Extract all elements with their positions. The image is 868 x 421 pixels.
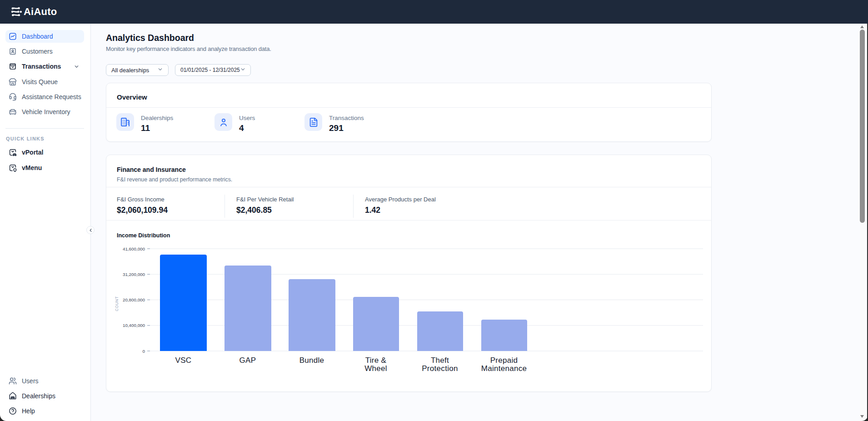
svg-text:Bundle: Bundle — [299, 356, 324, 365]
svg-text:0: 0 — [143, 349, 145, 354]
svg-text:GAP: GAP — [239, 356, 256, 365]
svg-text:20,800,000: 20,800,000 — [123, 297, 145, 302]
svg-text:PrepaidMaintenance: PrepaidMaintenance — [481, 356, 527, 373]
svg-text:Tire &Wheel: Tire &Wheel — [364, 356, 387, 373]
svg-text:31,200,000: 31,200,000 — [123, 272, 145, 277]
svg-text:41,600,000: 41,600,000 — [123, 246, 145, 251]
svg-text:VSC: VSC — [175, 356, 192, 365]
svg-text:10,400,000: 10,400,000 — [123, 323, 145, 328]
svg-text:COUNT: COUNT — [115, 296, 119, 311]
svg-text:TheftProtection: TheftProtection — [422, 356, 458, 373]
